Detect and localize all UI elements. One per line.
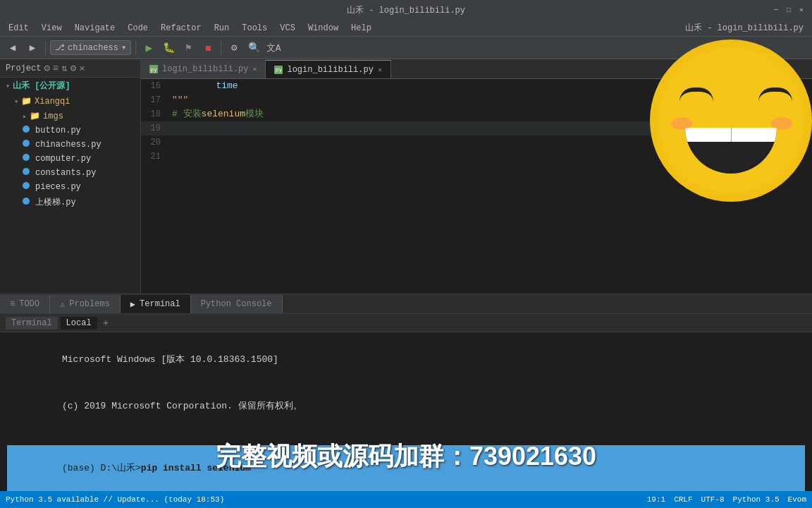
sidebar-sort-icon[interactable]: ⇅ (61, 62, 67, 74)
sidebar-close-icon[interactable]: ✕ (79, 62, 85, 74)
sidebar-config-icon[interactable]: ⚙ (44, 62, 49, 74)
terminal-command-text: pip install selenium (141, 463, 251, 473)
terminal-inner-tabs: Terminal Local + (0, 314, 812, 332)
py-icon (23, 168, 30, 178)
folder-label: imgs (43, 111, 63, 121)
bottom-tabs-bar: ≡ TODO ⚠ Problems ▶ Terminal Python Cons… (0, 294, 812, 314)
toolbar-separator-3 (221, 41, 221, 55)
line-number-21: 21 (141, 150, 169, 164)
python-console-label: Python Console (201, 299, 272, 309)
tab-close-icon-active[interactable]: ✕ (378, 66, 382, 74)
menu-run[interactable]: Run (209, 22, 235, 35)
py-file-icon: py (149, 65, 158, 73)
line-number-19: 19 (141, 121, 169, 135)
line-number-17: 17 (141, 93, 169, 107)
branch-icon: ⎇ (55, 42, 65, 53)
tab-close-icon[interactable]: ✕ (252, 65, 257, 73)
sidebar-item-root[interactable]: ▾ 山禾 [公开源] (0, 78, 140, 94)
toolbar-separator-2 (135, 41, 136, 55)
file-label: chinachess.py (35, 140, 102, 150)
bottom-tab-problems[interactable]: ⚠ Problems (50, 295, 121, 313)
code-editor[interactable]: 16 time 17 """ 18 # 安装selenium模块 (141, 79, 812, 294)
py-icon (23, 182, 30, 192)
terminal-prompt: (base) D:\山禾> (62, 463, 141, 473)
sidebar-settings-icon[interactable]: ⚙ (70, 62, 76, 74)
menu-bar: Edit View Navigate Code Refactor Run Too… (0, 20, 812, 37)
problems-label: Problems (69, 299, 110, 309)
chevron-right-icon: ▸ (23, 112, 27, 121)
line-content-17: """ (169, 93, 812, 107)
menu-vcs[interactable]: VCS (274, 22, 301, 35)
statusbar-encoding: UTF-8 (701, 495, 725, 504)
terminal-line-1: Microsoft Windows [版本 10.0.18363.1500] (7, 337, 805, 383)
sidebar: Project ⚙ ≡ ⇅ ⚙ ✕ ▾ 山禾 [公开源] ▾ 📁 Xiangqi (0, 59, 141, 294)
menu-code[interactable]: Code (122, 22, 154, 35)
menu-refactor[interactable]: Refactor (155, 22, 207, 35)
code-line-19: 19 (141, 121, 812, 135)
menu-view[interactable]: View (36, 22, 68, 35)
translate-button[interactable]: 文A (265, 40, 282, 56)
debug-button[interactable]: 🐛 (160, 40, 177, 56)
file-tab-1[interactable]: py login_bilibili.py ✕ (141, 60, 266, 78)
terminal-text-win-version: Microsoft Windows [版本 10.0.18363.1500] (62, 354, 278, 365)
sidebar-item-stairs-py[interactable]: 上楼梯.py (0, 194, 140, 210)
line-content-16: time (169, 79, 812, 93)
py-icon (23, 126, 30, 135)
back-button[interactable]: ◀ (4, 40, 21, 56)
sidebar-item-constants-py[interactable]: constants.py (0, 166, 140, 180)
editor-area: py login_bilibili.py ✕ py login_bilibili… (141, 59, 812, 294)
py-icon (23, 198, 30, 207)
bottom-tab-python-console[interactable]: Python Console (191, 295, 283, 313)
line-content-19 (169, 121, 812, 135)
close-button[interactable]: ✕ (796, 5, 806, 15)
sidebar-item-button-py[interactable]: button.py (0, 123, 140, 138)
sidebar-item-imgs[interactable]: ▸ 📁 imgs (0, 109, 140, 123)
coverage-button[interactable]: ⚑ (180, 40, 197, 56)
file-tab-label-active: login_bilibili.py (287, 65, 373, 75)
menu-navigate[interactable]: Navigate (69, 22, 121, 35)
sidebar-header: Project ⚙ ≡ ⇅ ⚙ ✕ (0, 59, 140, 78)
chevron-down-icon: ▾ (121, 42, 126, 53)
sidebar-item-xiangqi[interactable]: ▾ 📁 Xiangqi (0, 94, 140, 109)
minimize-button[interactable]: ─ (771, 5, 781, 15)
line-number-18: 18 (141, 107, 169, 121)
terminal-line-2: (c) 2019 Microsoft Corporation. 保留所有权利。 (7, 383, 805, 430)
line-number-20: 20 (141, 135, 169, 150)
local-tab[interactable]: Local (61, 317, 97, 329)
sidebar-collapse-icon[interactable]: ≡ (53, 63, 59, 74)
file-label: pieces.py (35, 182, 81, 192)
project-label: Project (6, 64, 41, 73)
terminal-line-blank (7, 430, 805, 445)
code-line-17: 17 """ (141, 93, 812, 107)
bottom-tab-terminal[interactable]: ▶ Terminal (121, 295, 191, 313)
sidebar-item-computer-py[interactable]: computer.py (0, 152, 140, 166)
statusbar-event: Evom (788, 495, 806, 504)
terminal-label: Terminal (140, 299, 180, 309)
root-label: 山禾 [公开源] (13, 80, 70, 92)
search-button[interactable]: 🔍 (245, 40, 262, 56)
statusbar-crlf: CRLF (674, 495, 692, 504)
settings-button[interactable]: ⚙ (226, 40, 242, 56)
file-tab-2[interactable]: py login_bilibili.py ✕ (266, 60, 390, 78)
sidebar-item-chinachess-py[interactable]: chinachess.py (0, 138, 140, 152)
code-line-21: 21 (141, 150, 812, 164)
branch-selector[interactable]: ⎇ chinachess ▾ (50, 40, 131, 55)
terminal-tab[interactable]: Terminal (6, 317, 58, 329)
menu-tools[interactable]: Tools (236, 22, 273, 35)
add-terminal-button[interactable]: + (103, 318, 109, 329)
menu-window[interactable]: Window (302, 22, 344, 35)
bottom-tab-todo[interactable]: ≡ TODO (0, 295, 50, 313)
stop-button[interactable]: ◼ (199, 40, 216, 56)
statusbar-python: Python 3.5 (733, 495, 780, 504)
file-tab-label: login_bilibili.py (162, 64, 248, 74)
status-bar: Python 3.5 available // Update... (today… (0, 491, 812, 508)
menu-edit[interactable]: Edit (3, 22, 35, 35)
title-bar: 山禾 - login_bilibili.py ─ □ ✕ (0, 0, 812, 20)
forward-button[interactable]: ▶ (24, 40, 41, 56)
file-label: button.py (35, 126, 81, 135)
maximize-button[interactable]: □ (784, 5, 794, 15)
menu-help[interactable]: Help (345, 22, 377, 35)
sidebar-item-pieces-py[interactable]: pieces.py (0, 180, 140, 194)
line-number-16: 16 (141, 79, 169, 93)
run-button[interactable]: ▶ (140, 40, 157, 56)
